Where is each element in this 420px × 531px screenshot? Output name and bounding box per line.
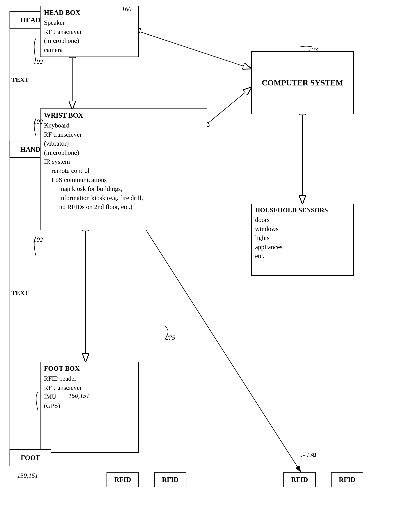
diagram: HEAD HEAD BOX Speaker RF transciever (mi… xyxy=(0,0,420,531)
ref-150-151-b: 150,151 xyxy=(17,472,38,479)
household-sensors-box: HOUSEHOLD SENSORS doors windows lights a… xyxy=(251,204,354,276)
ref-150-151-a: 150,151 xyxy=(68,392,90,399)
rfid-box-4: RFID xyxy=(331,472,363,487)
rfid-box-1: RFID xyxy=(106,472,139,487)
foot-label: FOOT xyxy=(21,454,40,462)
wrist-box-title: WRIST BOX xyxy=(44,111,83,119)
text-label-1: TEXT xyxy=(11,76,29,83)
foot-body-box: FOOT xyxy=(10,449,51,466)
ref-103: 103 xyxy=(308,46,318,53)
ref-160: 160 xyxy=(122,5,132,13)
head-box: HEAD BOX Speaker RF transciever (microph… xyxy=(40,6,139,57)
household-sensors-title: HOUSEHOLD SENSORS xyxy=(255,206,328,214)
rfid-box-3: RFID xyxy=(284,472,316,487)
ref-102c: 102 xyxy=(33,236,43,243)
wrist-box: WRIST BOX Keyboard RF transciever (vibra… xyxy=(40,109,207,230)
rfid-2-label: RFID xyxy=(162,476,179,484)
rfid-box-2: RFID xyxy=(154,472,186,487)
ref-170: 170 xyxy=(306,451,316,458)
ref-275: 275 xyxy=(165,334,175,341)
foot-box: FOOT BOX RFID reader RF transciever IMU … xyxy=(40,362,139,453)
computer-system-label: COMPUTER SYSTEM xyxy=(262,78,343,88)
head-label: HEAD xyxy=(21,16,40,24)
ref-102a: 102 xyxy=(33,58,43,65)
head-box-contents: Speaker RF transciever (microphone) came… xyxy=(44,18,82,54)
computer-system-box: COMPUTER SYSTEM xyxy=(251,51,354,114)
svg-line-9 xyxy=(139,31,251,68)
head-box-title: HEAD BOX xyxy=(44,9,80,16)
wrist-box-contents: Keyboard RF transciever (vibrator) (micr… xyxy=(44,121,143,211)
svg-line-10 xyxy=(207,88,251,124)
rfid-1-label: RFID xyxy=(114,476,131,484)
ref-102b: 102 xyxy=(33,118,43,125)
rfid-3-label: RFID xyxy=(291,476,308,484)
foot-box-title: FOOT BOX xyxy=(44,364,80,373)
rfid-4-label: RFID xyxy=(339,476,356,484)
household-sensors-contents: doors windows lights appliances etc. xyxy=(255,215,283,261)
hand-label: HAND xyxy=(20,145,41,153)
text-label-2: TEXT xyxy=(11,289,29,297)
